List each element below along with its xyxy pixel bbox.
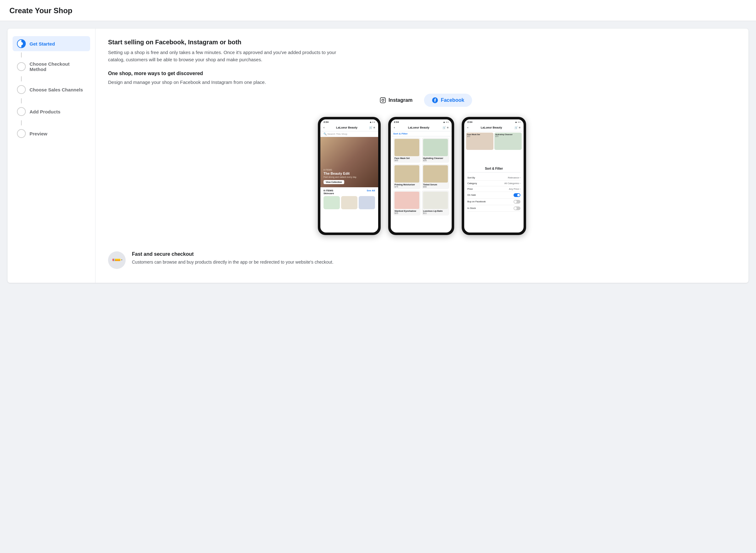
filter-row-category: Category All Categories ›: [468, 181, 520, 186]
platform-tabs: Instagram Facebook: [108, 94, 736, 107]
phone-right-screen: 2:04 ▲ ▪ ▪ ‹ LaLueur Beauty 🛒 ≡ Face Mas…: [464, 120, 524, 233]
svg-rect-2: [381, 97, 386, 103]
phone-left-hero: 8 ITEMS The Beauty Edit Feel strong and …: [320, 137, 378, 187]
skincare-count: 8 ITEMSSkincare: [324, 189, 334, 195]
product-card-6: Luscious Lip Balm $11: [422, 190, 449, 216]
product-img-4: [423, 165, 448, 182]
phone-center: 2:04 ▲ ▪ ▪ ‹ LaLueur Beauty 🛒 ≡ Sort & F…: [388, 117, 454, 235]
product-img-3: [395, 165, 419, 182]
step-connector-1: [21, 53, 22, 58]
facebook-icon: [432, 97, 438, 103]
phone-center-status: 2:04 ▲ ▪ ▪: [391, 120, 452, 124]
product-img-5: [395, 192, 419, 209]
sidebar-item-sales-label: Choose Sales Channels: [29, 87, 83, 92]
product-price-1: $65: [395, 159, 419, 161]
svg-point-1: [20, 42, 23, 45]
phone-left-search: 🔍 Search This Shop: [320, 131, 378, 137]
product-price-6: $11: [423, 212, 448, 214]
phone-center-icons2: 🛒 ≡: [442, 126, 448, 129]
sidebar-item-choose-checkout[interactable]: Choose Checkout Method: [13, 58, 90, 75]
hero-items-label: 8 ITEMS: [324, 169, 357, 171]
svg-point-3: [382, 99, 384, 101]
subtitle: One shop, more ways to get discovered: [108, 71, 736, 76]
fast-checkout-section: ✏️ Fast and secure checkout Customers ca…: [108, 248, 736, 273]
sidebar-item-choose-sales[interactable]: Choose Sales Channels: [13, 82, 90, 97]
product-name-5: Stardust Eyeshadow: [395, 210, 419, 212]
skincare-item-1: [324, 196, 340, 209]
phone-left-icons: ▲ ▪ ▪: [369, 121, 375, 124]
filter-value-price: Any Price ›: [509, 187, 520, 190]
step-connector-3: [21, 98, 22, 103]
toggle-stock[interactable]: [513, 207, 520, 210]
section-name: Skincare: [324, 192, 334, 195]
skincare-item-2: [341, 196, 357, 209]
phone-right-shop-name: LaLueur Beauty: [481, 126, 502, 129]
phone-left-time: 2:04: [324, 121, 329, 124]
product-name-4: Tinted Serum: [423, 183, 448, 186]
instagram-icon: [380, 97, 386, 103]
view-collection-btn[interactable]: View Collection: [324, 180, 344, 184]
pencil-icon: ✏️: [111, 254, 122, 266]
see-all-link[interactable]: See All: [367, 189, 375, 195]
product-name-6: Luscious Lip Balm: [423, 210, 448, 212]
svg-point-4: [384, 98, 385, 99]
toggle-buyfb[interactable]: [513, 200, 520, 204]
filter-label-buyfb: Buy on Facebook: [468, 200, 486, 203]
sidebar-item-products-label: Add Products: [29, 109, 60, 114]
fast-checkout-icon: ✏️: [108, 251, 125, 269]
tab-facebook[interactable]: Facebook: [424, 94, 472, 107]
step-icon-checkout: [17, 62, 26, 71]
filter-label-stock: In Stock: [468, 207, 476, 210]
fast-checkout-desc: Customers can browse and buy products di…: [132, 259, 334, 265]
mini-price-2: $20: [495, 136, 521, 137]
filter-value-category: All Categories ›: [504, 182, 520, 185]
phone-left-screen: 2:04 ▲ ▪ ▪ ‹ LaLueur Beauty 🛒 ≡ 🔍 Search…: [320, 120, 378, 233]
filter-panel: Sort & Filter Sort By Relevance › Catego…: [464, 164, 524, 215]
mini-product-2: Hydrating Cleanser $20: [494, 133, 522, 150]
product-card-4: Tinted Serum $50: [422, 164, 449, 189]
phone-left-icons2: 🛒 ≡: [369, 126, 375, 129]
hero-title-text: The Beauty Edit: [324, 171, 357, 175]
tab-instagram-label: Instagram: [389, 97, 412, 103]
phone-right-back: ‹: [468, 126, 468, 129]
sidebar-item-get-started[interactable]: Get Started: [13, 36, 90, 51]
fast-checkout-title: Fast and secure checkout: [132, 251, 334, 257]
step-connector-4: [21, 120, 22, 126]
sidebar-item-get-started-label: Get Started: [29, 41, 55, 47]
sidebar-item-preview[interactable]: Preview: [13, 126, 90, 141]
hero-title: Start selling on Facebook, Instagram or …: [108, 38, 736, 46]
product-img-2: [423, 139, 448, 156]
product-name-3: Priming Moisturizer: [395, 183, 419, 186]
skincare-items: [320, 195, 378, 212]
phones-container: 2:04 ▲ ▪ ▪ ‹ LaLueur Beauty 🛒 ≡ 🔍 Search…: [108, 117, 736, 235]
phone-left-status: 2:04 ▲ ▪ ▪: [320, 120, 378, 124]
filter-label-sale: On Sale: [468, 193, 476, 196]
step-connector-2: [21, 76, 22, 81]
get-started-icon: [17, 39, 26, 48]
tab-instagram[interactable]: Instagram: [372, 94, 420, 107]
phone-right-status: 2:04 ▲ ▪ ▪: [464, 120, 524, 124]
mini-product-1: Face Mask Set $65: [466, 133, 493, 150]
product-price-3: $75: [395, 186, 419, 188]
product-card-2: Hydrating Cleanser $20: [422, 138, 449, 163]
phone-right: 2:04 ▲ ▪ ▪ ‹ LaLueur Beauty 🛒 ≡ Face Mas…: [462, 117, 526, 235]
sort-filter-bar[interactable]: Sort & Filter: [391, 131, 452, 136]
product-card-3: Priming Moisturizer $75: [393, 164, 421, 189]
filter-row-sort: Sort By Relevance ›: [468, 175, 520, 181]
toggle-sale[interactable]: [513, 193, 520, 197]
tab-facebook-label: Facebook: [441, 97, 464, 103]
product-name-1: Face Mask Set: [395, 157, 419, 159]
filter-label-price: Price: [468, 187, 473, 190]
sidebar-item-add-products[interactable]: Add Products: [13, 104, 90, 119]
phone-right-icons2: 🛒 ≡: [514, 126, 520, 129]
phone-center-header: ‹ LaLueur Beauty 🛒 ≡: [391, 124, 452, 131]
sidebar: Get Started Choose Checkout Method Choos…: [8, 28, 95, 283]
phone-left: 2:04 ▲ ▪ ▪ ‹ LaLueur Beauty 🛒 ≡ 🔍 Search…: [318, 117, 381, 235]
step-icon-sales: [17, 85, 26, 94]
product-img-6: [423, 192, 448, 209]
product-card-5: Stardust Eyeshadow $25: [393, 190, 421, 216]
phone-left-back: ‹: [324, 126, 324, 129]
filter-row-price: Price Any Price ›: [468, 186, 520, 192]
main-content: Start selling on Facebook, Instagram or …: [95, 28, 748, 283]
sidebar-item-preview-label: Preview: [29, 131, 48, 136]
